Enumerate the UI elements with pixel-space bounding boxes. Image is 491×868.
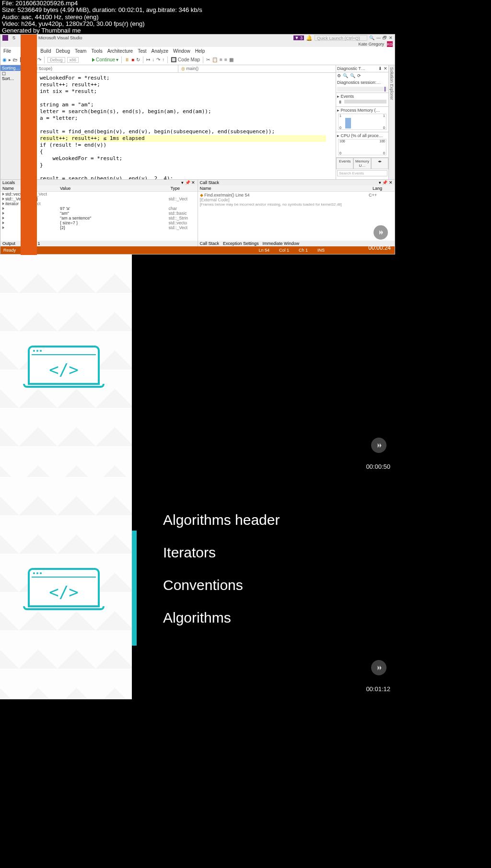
status-col: Col 1	[279, 248, 289, 253]
diag-zoomout-icon[interactable]: 🔍	[350, 73, 355, 78]
code-editor-area: (Global Scope) main() weLookedFor = *res…	[21, 65, 336, 179]
bullet-item: Iterators	[163, 538, 280, 567]
menu-analyze[interactable]: Analyze	[151, 48, 168, 54]
diag-cpu-header[interactable]: ▸ CPU (% of all proce…	[337, 133, 383, 138]
video-metadata: File: 20160630205926.mp4 Size: 5236649 b…	[0, 0, 491, 34]
scope-namespace-dropdown[interactable]: (Global Scope)	[21, 65, 178, 72]
meta-generated: Generated by Thumbnail me	[2, 27, 489, 34]
notification-icon[interactable]: 🔔	[306, 35, 313, 41]
codemap-button[interactable]: 🔲 Code Map	[171, 57, 200, 62]
open-icon[interactable]: 🗁	[13, 57, 18, 62]
play-overlay-icon[interactable]	[371, 438, 386, 453]
diag-tab-memory[interactable]: Memory U…	[353, 158, 371, 169]
output-tab[interactable]: Output	[2, 241, 15, 246]
toolbar-misc-2[interactable]: 📋	[212, 57, 218, 62]
diag-memory-chart: 1100	[338, 114, 386, 130]
diag-memory-header[interactable]: ▸ Process Memory (…	[337, 108, 380, 113]
diag-timeline-ruler	[337, 87, 387, 92]
callstack-col-name[interactable]: Name	[198, 185, 371, 191]
tab-sorting[interactable]: Sorting…	[0, 65, 21, 71]
config-dropdown[interactable]: Debug	[47, 57, 65, 63]
continue-button[interactable]: Continue ▾	[92, 57, 118, 62]
solution-explorer-tab[interactable]: Solution Explorer	[388, 65, 395, 179]
diag-close-icon[interactable]: ⬇ ✕	[378, 66, 387, 71]
menu-tools[interactable]: Tools	[91, 48, 102, 54]
slide-bullet-list: Algorithms header Iterators Conventions …	[163, 506, 280, 636]
toolbar-misc-5[interactable]: ▦	[229, 57, 234, 62]
step-over-icon[interactable]: ↷	[156, 57, 160, 62]
diag-session-label: Diagnostics session:…	[336, 79, 388, 86]
diag-events-track	[344, 100, 386, 104]
pause-icon[interactable]: ⏸	[125, 57, 129, 62]
callstack-row[interactable]: ◆ Find.exe!main() Line 54 C++	[200, 193, 393, 197]
window-minimize-icon[interactable]: —	[376, 35, 381, 40]
window-restore-icon[interactable]: 🗗	[383, 35, 387, 40]
thumbnail-3-slide: </> Algorithms header Iterators Conventi…	[0, 477, 395, 699]
play-overlay-icon[interactable]	[371, 660, 386, 675]
nav-fwd-icon[interactable]: ▸	[9, 57, 11, 62]
locals-col-type[interactable]: Type	[169, 185, 198, 191]
callstack-tab[interactable]: Call Stack	[200, 241, 220, 246]
scope-function-dropdown[interactable]: main()	[178, 65, 336, 72]
quick-launch-input[interactable]: Quick Launch (Ctrl+Q)	[315, 35, 367, 41]
menu-build[interactable]: Build	[40, 48, 51, 54]
callstack-note: [Frames below may be incorrect and/or mi…	[200, 202, 393, 207]
toolbar-misc-4[interactable]: ≡	[224, 57, 227, 62]
slide-accent-bar	[132, 531, 137, 646]
diag-tab-more[interactable]: ◂▸	[371, 158, 388, 169]
thumbnail-2-slide: </> 00:00:50	[0, 255, 395, 477]
orange-overlay-stripe	[21, 35, 37, 255]
debug-toolbar: ◉ ▸ 🗁 💾 ↶ ↷ Debug x86 Continue ▾ ⏸ ■ ↻ ↦…	[0, 55, 395, 65]
exception-settings-tab[interactable]: Exception Settings	[223, 241, 259, 246]
callstack-col-lang[interactable]: Lang	[371, 185, 395, 191]
callstack-pin-icon[interactable]: ▾ 📌 ✕	[379, 180, 393, 185]
stop-icon[interactable]: ■	[131, 57, 134, 62]
menu-architecture[interactable]: Architecture	[107, 48, 133, 54]
status-line: Ln 54	[258, 248, 269, 253]
laptop-icon: </>	[28, 568, 100, 610]
notification-badge[interactable]: ▼ 3	[293, 35, 304, 40]
signed-in-user[interactable]: Kate Gregory	[358, 42, 384, 46]
user-avatar[interactable]: KG	[387, 41, 393, 47]
menu-debug[interactable]: Debug	[56, 48, 70, 54]
callstack-row[interactable]: [External Code]	[200, 197, 393, 202]
status-ready: Ready	[3, 248, 16, 253]
menu-test[interactable]: Test	[138, 48, 146, 54]
platform-dropdown[interactable]: x86	[67, 57, 79, 63]
search-icon[interactable]: 🔍	[369, 35, 374, 40]
locals-title: Locals	[2, 180, 15, 185]
window-title-bar: S ing) - Microsoft Visual Studio ▼ 3 🔔 Q…	[0, 35, 395, 41]
menu-file[interactable]: File	[3, 48, 11, 54]
bullet-item: Algorithms header	[163, 506, 280, 534]
status-ins: INS	[317, 248, 325, 253]
toolbar-misc-3[interactable]: ≡	[220, 57, 222, 62]
diag-cpu-chart: 10010000	[338, 139, 386, 155]
locals-col-value[interactable]: Value	[58, 185, 169, 191]
show-next-icon[interactable]: ↦	[146, 57, 150, 62]
menu-window[interactable]: Window	[173, 48, 190, 54]
meta-audio: Audio: aac, 44100 Hz, stereo (eng)	[2, 14, 489, 21]
restart-icon[interactable]: ↻	[136, 57, 140, 62]
locals-pin-icon[interactable]: ▾ 📌 ✕	[181, 180, 195, 185]
step-into-icon[interactable]: ↓	[152, 57, 154, 62]
callstack-title: Call Stack	[200, 180, 220, 185]
diag-pause-icon[interactable]: ⏸	[338, 100, 342, 104]
diag-settings-icon[interactable]: ⚙	[337, 73, 341, 78]
immediate-window-tab[interactable]: Immediate Window	[263, 241, 300, 246]
toolbar-misc-1[interactable]: ✂	[206, 57, 210, 62]
diag-events-header[interactable]: ▸ Events	[337, 94, 354, 99]
bullet-item: Algorithms	[163, 603, 280, 632]
tab-sort[interactable]: ☐ Sort…	[0, 71, 21, 81]
nav-back-icon[interactable]: ◉	[2, 57, 7, 62]
menu-help[interactable]: Help	[195, 48, 205, 54]
diag-search-input[interactable]: Search Events	[337, 170, 387, 176]
diag-tab-events[interactable]: Events	[336, 158, 353, 169]
code-editor[interactable]: weLookedFor = *result; result++; result+…	[21, 73, 336, 179]
diag-zoomin-icon[interactable]: 🔍	[343, 73, 348, 78]
redo-icon[interactable]: ↷	[37, 57, 41, 62]
menu-team[interactable]: Team	[75, 48, 86, 54]
status-bar: Ready Ln 54 Col 1 Ch 1 INS	[0, 246, 395, 254]
diag-reset-icon[interactable]: ⟳	[357, 73, 361, 78]
window-close-icon[interactable]: ✕	[389, 35, 393, 40]
step-out-icon[interactable]: ↑	[162, 57, 164, 62]
